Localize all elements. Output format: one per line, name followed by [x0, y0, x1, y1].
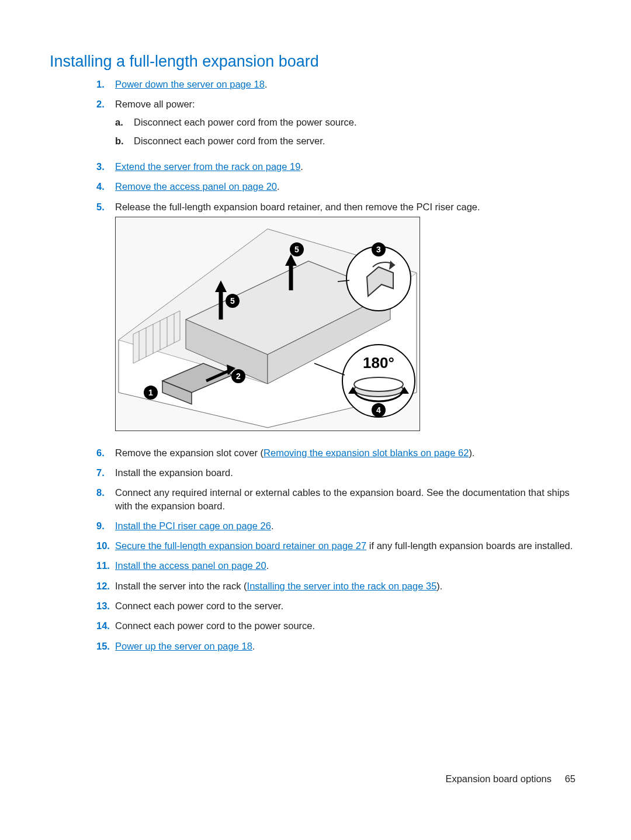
step-text: Connect each power cord to the server.: [115, 599, 581, 612]
step-2: 2. Remove all power: a. Disconnect each …: [96, 98, 581, 153]
step-text: Connect each power cord to the power sou…: [115, 619, 581, 632]
step-number: 13.: [96, 599, 115, 612]
step-text: .: [265, 79, 268, 89]
step-number: 6.: [96, 446, 115, 459]
svg-text:5: 5: [294, 245, 299, 254]
step-number: 14.: [96, 619, 115, 632]
step-11: 11. Install the access panel on page 20.: [96, 559, 581, 572]
step-text: ).: [436, 581, 442, 591]
footer-section: Expansion board options: [445, 773, 552, 784]
step-number: 4.: [96, 180, 115, 193]
link-install-riser[interactable]: Install the PCI riser cage on page 26: [115, 520, 271, 531]
svg-text:5: 5: [230, 296, 235, 306]
step-number: 12.: [96, 579, 115, 592]
step-number: 5.: [96, 200, 115, 439]
procedure-list: 1. Power down the server on page 18. 2. …: [50, 78, 581, 652]
page-footer: Expansion board options 65: [445, 773, 575, 785]
step-text: .: [266, 560, 269, 571]
footer-page-number: 65: [565, 773, 575, 784]
step-14: 14. Connect each power cord to the power…: [96, 619, 581, 632]
link-extend-server[interactable]: Extend the server from the rack on page …: [115, 161, 300, 172]
step-text: .: [300, 161, 303, 172]
link-power-up[interactable]: Power up the server on page 18: [115, 641, 252, 651]
link-secure-retainer[interactable]: Secure the full-length expansion board r…: [115, 540, 366, 551]
link-power-down[interactable]: Power down the server on page 18: [115, 79, 265, 89]
step-15: 15. Power up the server on page 18.: [96, 640, 581, 652]
step-10: 10. Secure the full-length expansion boa…: [96, 539, 581, 552]
step-1: 1. Power down the server on page 18.: [96, 78, 581, 91]
step-text: ).: [469, 447, 474, 458]
substep-number: b.: [115, 134, 134, 147]
step-number: 7.: [96, 466, 115, 479]
step-13: 13. Connect each power cord to the serve…: [96, 599, 581, 612]
step-number: 3.: [96, 160, 115, 173]
step-text: .: [277, 181, 280, 192]
step-text: .: [252, 641, 255, 651]
step-number: 11.: [96, 559, 115, 572]
svg-text:1: 1: [148, 388, 153, 397]
svg-text:4: 4: [376, 405, 381, 415]
step-9: 9. Install the PCI riser cage on page 26…: [96, 519, 581, 532]
step-text: Connect any required internal or externa…: [115, 486, 581, 512]
step-text: if any full-length expansion boards are …: [366, 540, 573, 551]
substep-text: Disconnect each power cord from the powe…: [134, 116, 357, 129]
step-text: .: [271, 520, 274, 531]
link-remove-slot-blanks[interactable]: Removing the expansion slot blanks on pa…: [264, 447, 469, 458]
step-text: Release the full-length expansion board …: [115, 202, 480, 212]
step-number: 10.: [96, 539, 115, 552]
step-12: 12. Install the server into the rack (In…: [96, 579, 581, 592]
diagram-riser-cage: 180°: [115, 217, 420, 431]
substep-number: a.: [115, 116, 134, 129]
step-text: Install the expansion board.: [115, 466, 581, 479]
step-number: 15.: [96, 640, 115, 652]
substep-b: b. Disconnect each power cord from the s…: [115, 134, 581, 147]
step-number: 1.: [96, 78, 115, 91]
svg-text:2: 2: [236, 372, 241, 381]
svg-text:3: 3: [376, 245, 381, 254]
step-text: Remove all power:: [115, 99, 195, 109]
step-3: 3. Extend the server from the rack on pa…: [96, 160, 581, 173]
substep-a: a. Disconnect each power cord from the p…: [115, 116, 581, 129]
step-6: 6. Remove the expansion slot cover (Remo…: [96, 446, 581, 459]
step-number: 8.: [96, 486, 115, 512]
sub-steps: a. Disconnect each power cord from the p…: [115, 116, 581, 148]
svg-point-21: [354, 377, 403, 391]
step-7: 7. Install the expansion board.: [96, 466, 581, 479]
step-8: 8. Connect any required internal or exte…: [96, 486, 581, 512]
page-title: Installing a full-length expansion board: [50, 53, 581, 71]
step-number: 2.: [96, 98, 115, 153]
svg-text:180°: 180°: [363, 354, 394, 372]
step-5: 5. Release the full-length expansion boa…: [96, 200, 581, 439]
step-text: Remove the expansion slot cover (: [115, 447, 264, 458]
link-install-access-panel[interactable]: Install the access panel on page 20: [115, 560, 266, 571]
step-number: 9.: [96, 519, 115, 532]
step-4: 4. Remove the access panel on page 20.: [96, 180, 581, 193]
step-text: Install the server into the rack (: [115, 581, 247, 591]
link-remove-access-panel[interactable]: Remove the access panel on page 20: [115, 181, 277, 192]
substep-text: Disconnect each power cord from the serv…: [134, 134, 325, 147]
link-install-into-rack[interactable]: Installing the server into the rack on p…: [247, 581, 437, 591]
